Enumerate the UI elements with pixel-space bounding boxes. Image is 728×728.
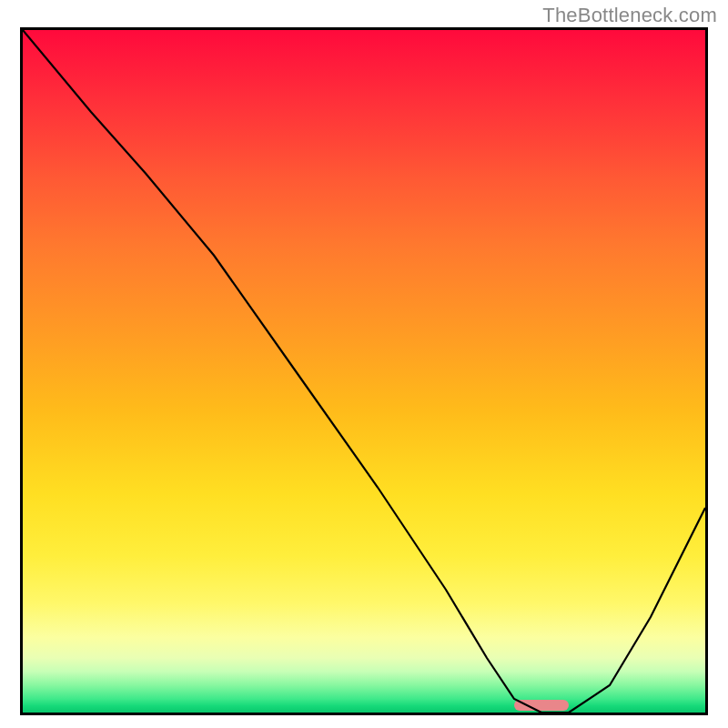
watermark-text: TheBottleneck.com — [542, 4, 717, 27]
curve-path — [23, 30, 705, 713]
curve-line — [23, 30, 705, 713]
chart-frame — [20, 27, 708, 715]
